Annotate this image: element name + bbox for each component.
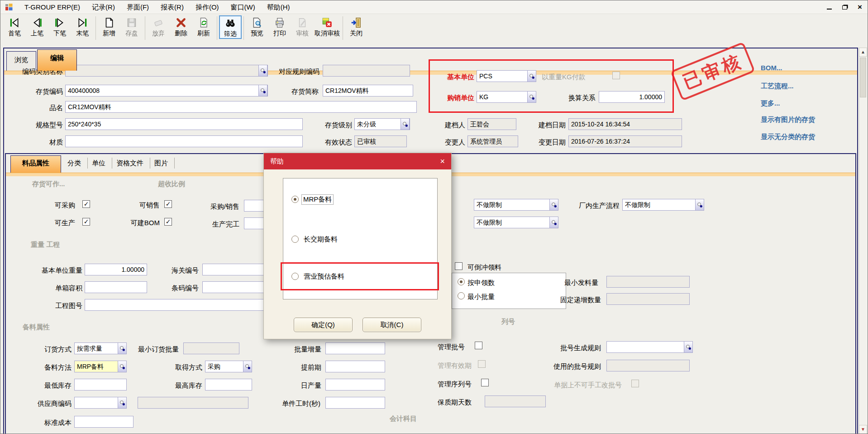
toolbar-prev-button[interactable]: 上笔	[26, 15, 48, 38]
can-sale-checkbox[interactable]	[164, 200, 172, 208]
toolbar-new-button[interactable]: 新增	[98, 15, 120, 38]
trade-unit-field[interactable]: KG	[477, 91, 528, 103]
trade-unit-lookup-button[interactable]	[527, 91, 536, 103]
menu-item-help[interactable]: 帮助(H)	[261, 0, 296, 14]
restore-icon[interactable]	[840, 3, 849, 11]
toolbar-discard-button[interactable]: 放弃	[147, 15, 170, 38]
stock-method-lookup-button[interactable]	[118, 361, 127, 372]
menu-item-interface[interactable]: 界面(F)	[121, 0, 155, 14]
link-more[interactable]: 更多...	[761, 99, 780, 108]
scroll-down-icon[interactable]: ▼	[859, 425, 867, 434]
tab-edit[interactable]: 编辑	[37, 49, 77, 71]
base-unit-lookup-button[interactable]	[527, 70, 536, 82]
stock-method-field[interactable]: MRP备料	[74, 361, 118, 372]
menu-item-app[interactable]: T-GROUP ERP(E)	[19, 0, 86, 14]
can-produce-checkbox[interactable]	[82, 218, 90, 226]
material-field[interactable]	[65, 135, 303, 147]
dialog-ok-button[interactable]: 确定(Q)	[294, 318, 353, 332]
dialog-close-icon[interactable]: ×	[440, 157, 445, 165]
option-mrp-radio[interactable]	[291, 196, 299, 203]
toolbar-refresh-button[interactable]: 刷新	[192, 15, 215, 38]
minimize-icon[interactable]	[825, 3, 833, 11]
subtab-units[interactable]: 单位	[92, 159, 105, 168]
limit-a-lookup-button[interactable]	[549, 199, 558, 211]
acquire-mode-field[interactable]: 采购	[205, 361, 243, 372]
order-mode-lookup-button[interactable]	[118, 342, 127, 354]
toolbar-next-button[interactable]: 下笔	[48, 15, 71, 38]
option-long-lead-label[interactable]: 长交期备料	[304, 235, 338, 244]
unit-seconds-field[interactable]	[325, 397, 385, 409]
item-code-lookup-button[interactable]	[258, 85, 267, 96]
issue-min-batch-radio[interactable]	[458, 292, 465, 299]
manage-serial-checkbox[interactable]	[481, 379, 489, 386]
customs-code-field[interactable]	[202, 264, 266, 275]
link-show-with-images[interactable]: 显示有图片的存货	[761, 116, 815, 124]
level-lookup-button[interactable]	[401, 118, 410, 130]
close-icon[interactable]: ×	[856, 3, 864, 11]
order-mode-field[interactable]: 按需求量	[74, 342, 118, 354]
spec-field[interactable]: 250*240*35	[65, 118, 303, 130]
toolbar-save-button[interactable]: 存盘	[120, 15, 143, 38]
drawing-no-field[interactable]	[85, 299, 265, 311]
max-stock-field[interactable]	[205, 379, 252, 391]
toolbar-close-form-button[interactable]: 关闭	[345, 15, 367, 38]
coding-class-lookup-button[interactable]	[258, 65, 267, 77]
base-unit-field[interactable]: PCS	[477, 70, 528, 82]
factory-flow-lookup-button[interactable]	[695, 199, 704, 211]
menu-item-operation[interactable]: 操作(O)	[190, 0, 225, 14]
subtab-qualification[interactable]: 资格文件	[116, 159, 143, 168]
toolbar-filter-button[interactable]: 筛选	[219, 15, 242, 39]
link-show-unclassified[interactable]: 显示无分类的存货	[761, 133, 815, 141]
scroll-up-icon[interactable]: ▲	[859, 48, 867, 57]
can-purchase-checkbox[interactable]	[82, 200, 90, 208]
menu-item-record[interactable]: 记录(R)	[86, 0, 121, 14]
toolbar-audit-button[interactable]: 审核	[291, 15, 314, 38]
std-cost-field[interactable]	[74, 416, 134, 428]
rule-code-field[interactable]	[323, 65, 410, 77]
item-code-field[interactable]: 400400008	[65, 85, 268, 96]
limit-b-field[interactable]: 不做限制	[474, 217, 550, 228]
toolbar-preview-button[interactable]: 预览	[246, 15, 268, 38]
toolbar-cancel-audit-button[interactable]: 取消审核	[314, 15, 341, 38]
daily-output-field[interactable]	[325, 379, 385, 391]
lot-rule-field[interactable]	[606, 341, 684, 353]
lead-time-field[interactable]	[325, 361, 385, 372]
toolbar-first-button[interactable]: 首笔	[3, 15, 26, 38]
base-unit-weight-field[interactable]: 1.00000	[85, 264, 147, 275]
subtab-images[interactable]: 图片	[154, 159, 168, 168]
link-bom[interactable]: BOM...	[761, 64, 782, 72]
dialog-cancel-button[interactable]: 取消(C)	[362, 318, 421, 332]
option-long-lead-radio[interactable]	[291, 236, 299, 243]
coding-class-field[interactable]	[65, 65, 268, 77]
menu-item-report[interactable]: 报表(R)	[155, 0, 190, 14]
help-dialog-titlebar[interactable]: 帮助 ×	[264, 153, 451, 169]
limit-b-lookup-button[interactable]	[549, 217, 558, 228]
factory-flow-field[interactable]: 不做限制	[622, 199, 696, 211]
conversion-field[interactable]: 1.00000	[599, 91, 665, 103]
link-process-flow[interactable]: 工艺流程...	[761, 82, 794, 91]
acquire-mode-lookup-button[interactable]	[243, 361, 252, 372]
issue-by-request-radio[interactable]	[458, 278, 465, 285]
option-mrp-label[interactable]: MRP备料	[302, 195, 333, 204]
min-stock-field[interactable]	[74, 379, 127, 391]
toolbar-delete-button[interactable]: 删除	[170, 15, 192, 38]
supplier-lookup-button[interactable]	[118, 397, 127, 409]
supplier-code-field[interactable]	[74, 397, 118, 409]
option-sales-forecast-label[interactable]: 营业预估备料	[304, 272, 344, 281]
box-volume-field[interactable]	[85, 281, 147, 293]
batch-increment-field[interactable]	[325, 342, 385, 354]
short-name-field[interactable]: CR12MOV精料	[323, 85, 413, 96]
manage-lot-checkbox[interactable]	[475, 342, 482, 349]
limit-a-field[interactable]: 不做限制	[474, 199, 550, 211]
scrollbar-thumb[interactable]	[860, 58, 866, 97]
lot-rule-lookup-button[interactable]	[684, 341, 693, 353]
can-bom-checkbox[interactable]	[164, 218, 172, 226]
vertical-scrollbar[interactable]	[859, 48, 867, 434]
backflush-checkbox[interactable]	[455, 262, 463, 270]
subtab-item-attributes[interactable]: 料品属性	[10, 155, 61, 173]
menu-item-window[interactable]: 窗口(W)	[225, 0, 261, 14]
option-sales-forecast-radio[interactable]	[291, 273, 299, 280]
subtab-classification[interactable]: 分类	[67, 159, 81, 168]
pay-by-weight-checkbox[interactable]	[612, 72, 620, 79]
barcode-field[interactable]	[202, 281, 266, 293]
